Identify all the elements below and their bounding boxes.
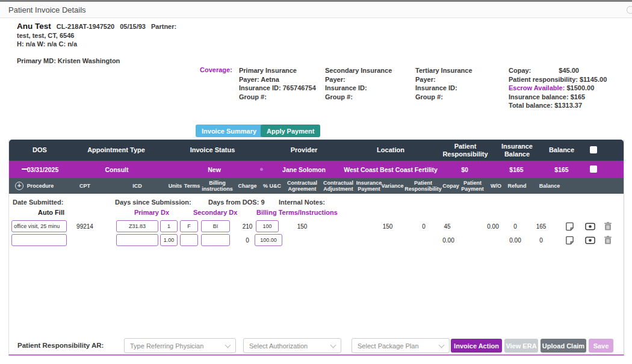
- select-all-checkbox[interactable]: [590, 146, 597, 153]
- insurance-balance-label: Insurance balance:: [509, 93, 569, 100]
- charge-value: 210: [243, 220, 253, 233]
- status-dot: [260, 168, 263, 171]
- patient-responsibility-value: $1145.00: [580, 76, 607, 83]
- units-input-2[interactable]: [160, 234, 178, 246]
- chevron-down-icon: [439, 342, 445, 348]
- invoice-patient-responsibility: $0: [461, 161, 468, 178]
- date-submitted-label: Date Submitted:: [13, 199, 63, 206]
- terms-input-2[interactable]: [180, 234, 198, 246]
- invoice-row-checkbox[interactable]: [590, 165, 597, 173]
- subcol-patient-responsibility: Patient Responsibility: [401, 178, 445, 194]
- procedure-input-2[interactable]: [11, 234, 67, 246]
- note-icon[interactable]: [565, 222, 574, 231]
- collapse-circle-icon[interactable]: [627, 6, 632, 14]
- primary-md: Primary MD: Kristen Washington: [17, 57, 120, 64]
- upload-claim-button[interactable]: Upload Claim: [541, 339, 586, 353]
- payment-banknote-icon-2[interactable]: [585, 236, 595, 244]
- save-button[interactable]: Save: [589, 339, 613, 353]
- days-from-dos: Days from DOS: 9: [208, 199, 265, 206]
- invoice-location: West Coast Best Coast Fertility: [344, 161, 438, 178]
- escrow-value: $1500.00: [566, 84, 594, 91]
- subcol-balance: Balance: [539, 178, 560, 194]
- invoice-status: New: [208, 161, 221, 178]
- apply-payment-button[interactable]: Apply Payment: [261, 125, 320, 137]
- col-balance: Balance: [549, 140, 574, 161]
- chevron-down-icon: [225, 342, 231, 348]
- invoice-summary-button[interactable]: Invoice Summary: [196, 125, 262, 137]
- invoice-insurance-balance: $165: [509, 161, 523, 178]
- escrow-row: Escrow Available: $1500.00: [509, 84, 607, 93]
- primary-insurance-title: Primary Insurance: [239, 66, 316, 75]
- col-provider: Provider: [291, 140, 318, 161]
- page-header-bar: Patient Invoice Details: [0, 2, 632, 18]
- payment-banknote-icon[interactable]: [585, 223, 595, 230]
- insurance-balance-value: $165: [571, 93, 585, 100]
- chevron-down-icon: [330, 342, 336, 348]
- primary-dx-link[interactable]: Primary Dx: [134, 209, 169, 216]
- subcol-contractual-agreement: Contractual Agreement: [283, 178, 321, 194]
- billing-instructions-input-2[interactable]: [201, 234, 230, 246]
- col-location: Location: [377, 140, 404, 161]
- patient-id: CL-218AT-1947520: [57, 23, 114, 30]
- coverage-label: Coverage:: [200, 66, 232, 73]
- subcol-uc: % U&C: [263, 178, 281, 194]
- subcol-charge: Charge: [238, 178, 256, 194]
- icd-input-2[interactable]: [116, 234, 158, 246]
- copay-cell-2: 0.00: [442, 234, 454, 247]
- patient-responsibility-cell: 0: [422, 220, 426, 233]
- patient-responsibility-row: Patient responsibility: $1145.00: [509, 75, 607, 84]
- billing-terms-link[interactable]: Billing Terms/Instructions: [256, 209, 338, 216]
- page-title: Patient Invoice Details: [8, 2, 86, 18]
- patient-responsibility-ar-label: Patient Responsibility AR:: [17, 342, 104, 349]
- tertiary-insurance-title: Tertiary Insurance: [415, 66, 472, 75]
- delete-line-icon[interactable]: [604, 222, 612, 230]
- uc-percent-input[interactable]: [256, 220, 279, 232]
- insurance-balance-row: Insurance balance: $165: [509, 93, 607, 102]
- patient-responsibility-label: Patient responsibility:: [509, 76, 578, 83]
- escrow-label: Escrow Available:: [509, 84, 565, 91]
- secondary-insurance-payer: Payer:: [325, 75, 392, 84]
- primary-insurance-id: Insurance ID: 765746754: [239, 84, 316, 93]
- procedure-input[interactable]: [11, 220, 67, 232]
- view-era-button[interactable]: View ERA: [504, 339, 538, 353]
- note-icon-2[interactable]: [565, 236, 574, 245]
- referring-physician-select[interactable]: Type Referring Physician: [124, 338, 236, 353]
- col-patient-responsibility: Patient Responsibility: [441, 140, 490, 161]
- icd-input[interactable]: [116, 220, 158, 232]
- tertiary-insurance-id: Insurance ID:: [415, 84, 472, 93]
- auto-fill-link[interactable]: Auto Fill: [38, 209, 64, 216]
- terms-input[interactable]: [180, 220, 198, 232]
- secondary-dx-link[interactable]: Secondary Dx: [193, 209, 237, 216]
- uc-percent-input-2[interactable]: [255, 234, 282, 246]
- delete-line-icon-2[interactable]: [604, 236, 612, 244]
- col-appointment-type: Appointment Type: [87, 140, 145, 161]
- invoice-action-button[interactable]: Invoice Action: [451, 339, 502, 353]
- units-input[interactable]: [160, 220, 178, 232]
- billing-instructions-input[interactable]: [201, 220, 230, 232]
- subcol-procedure: Procedure: [27, 178, 54, 194]
- total-balance-row: Total balance: $1313.37: [509, 101, 607, 110]
- wo-cell: 0.00: [487, 220, 498, 233]
- invoice-appt-type: Consult: [105, 161, 128, 178]
- patient-invoice-details-screen: Patient Invoice Details Anu TestCL-218AT…: [0, 0, 632, 364]
- subcol-units: Units: [169, 178, 182, 194]
- authorization-placeholder: Select Authorization: [249, 342, 308, 350]
- patient-name: Anu Test: [17, 22, 51, 31]
- subcol-insurance-payment: Insurance Payment: [353, 178, 386, 194]
- add-line-item-icon[interactable]: +: [15, 182, 23, 190]
- referring-physician-placeholder: Type Referring Physician: [130, 342, 203, 350]
- refund-cell: 0: [513, 220, 517, 233]
- col-insurance-balance: Insurance Balance: [498, 140, 536, 161]
- package-plan-placeholder: Select Package Plan: [358, 342, 419, 350]
- package-plan-select[interactable]: Select Package Plan: [352, 338, 450, 353]
- refund-cell-2: 0.00: [509, 234, 521, 247]
- charge-value-2: 0: [246, 234, 249, 247]
- tertiary-insurance-block: Tertiary Insurance Payer: Insurance ID: …: [415, 66, 472, 101]
- partner-label: Partner:: [151, 23, 176, 30]
- subcol-copay: Copay: [442, 178, 459, 194]
- patient-phones: H: n/a W: n/a C: n/a: [17, 40, 77, 48]
- balance-summary-block: Copay:$45.00 Patient responsibility: $11…: [509, 66, 607, 110]
- secondary-insurance-group: Group #:: [325, 93, 392, 102]
- authorization-select[interactable]: Select Authorization: [243, 338, 341, 353]
- copay-label: Copay:: [509, 66, 531, 75]
